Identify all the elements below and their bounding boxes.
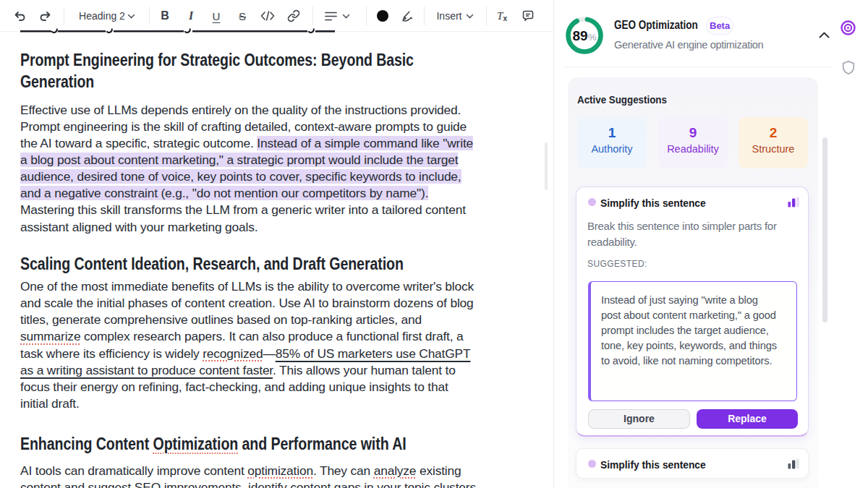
svg-text:89: 89 [572,28,587,43]
svg-text:%: % [588,32,597,43]
